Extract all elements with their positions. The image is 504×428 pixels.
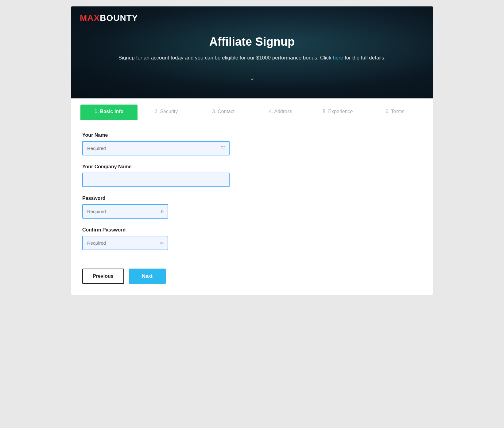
hero-link[interactable]: here [333, 55, 343, 61]
field-group-password: Password 👁 [82, 196, 422, 219]
field-group-confirm-password: Confirm Password 👁 [82, 227, 422, 250]
name-input[interactable] [82, 141, 230, 155]
step-security[interactable]: 2. Security [138, 105, 195, 120]
hero-section: MAXBOUNTY Affiliate Signup Signup for an… [71, 6, 433, 98]
next-button[interactable]: Next [129, 269, 166, 284]
hero-content: Affiliate Signup Signup for an account t… [106, 23, 398, 71]
step-contact[interactable]: 3. Contact [195, 105, 252, 120]
steps-navigation: 1. Basic Info 2. Security 3. Contact 4. … [71, 98, 433, 120]
company-label: Your Company Name [82, 164, 422, 170]
step-terms[interactable]: 6. Terms [366, 105, 424, 120]
page-container: MAXBOUNTY Affiliate Signup Signup for an… [71, 6, 433, 295]
confirm-password-label: Confirm Password [82, 227, 422, 233]
previous-button[interactable]: Previous [82, 269, 124, 284]
logo: MAXBOUNTY [80, 13, 138, 23]
hero-subtitle-pre: Signup for an account today and you can … [118, 55, 333, 61]
name-label: Your Name [82, 132, 422, 138]
step-address[interactable]: 4. Address [252, 105, 309, 120]
field-group-company: Your Company Name [82, 164, 422, 187]
step-basic-info[interactable]: 1. Basic Info [80, 105, 138, 120]
form-area: Your Name ☷ Your Company Name Password 👁… [71, 120, 433, 295]
logo-bounty: BOUNTY [100, 13, 138, 23]
password-label: Password [82, 196, 422, 201]
confirm-password-input[interactable] [82, 236, 168, 250]
password-input-wrapper: 👁 [82, 204, 168, 219]
hero-subtitle: Signup for an account today and you can … [118, 54, 386, 62]
confirm-password-input-wrapper: 👁 [82, 236, 168, 250]
company-input-wrapper [82, 173, 230, 187]
form-footer: Previous Next [82, 266, 422, 284]
hero-subtitle-post: for the full details. [343, 55, 386, 61]
logo-max: MAX [80, 13, 100, 23]
hero-title: Affiliate Signup [118, 35, 386, 48]
name-input-wrapper: ☷ [82, 141, 230, 155]
field-group-name: Your Name ☷ [82, 132, 422, 155]
password-input[interactable] [82, 204, 168, 219]
step-experience[interactable]: 5. Experience [309, 105, 366, 120]
company-input[interactable] [82, 173, 230, 187]
chevron-down-icon: ⌄ [249, 74, 255, 82]
